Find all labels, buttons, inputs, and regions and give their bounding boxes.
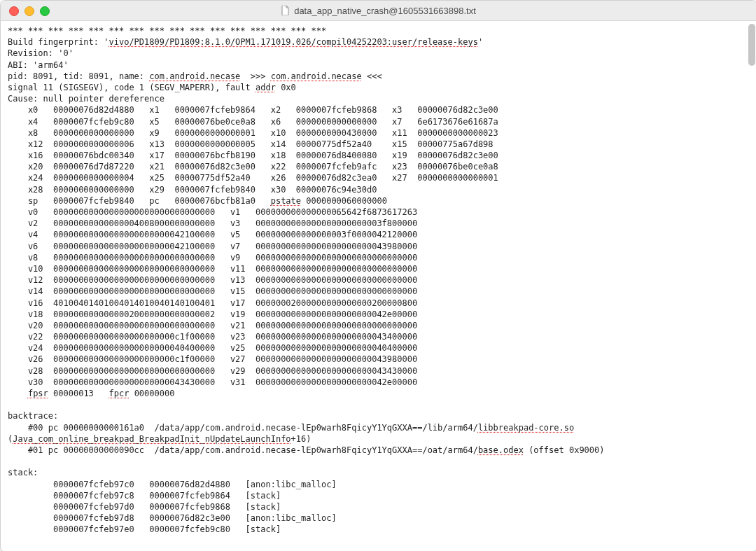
scrollbar-track[interactable] [747, 24, 755, 549]
crash-log-text[interactable]: *** *** *** *** *** *** *** *** *** *** … [1, 21, 756, 542]
content-scroll-area[interactable]: *** *** *** *** *** *** *** *** *** *** … [1, 21, 756, 551]
window-title-text: data_app_native_crash@1605531663898.txt [294, 6, 476, 16]
scrollbar-thumb[interactable] [748, 24, 755, 66]
document-icon [281, 6, 290, 15]
window-title: data_app_native_crash@1605531663898.txt [8, 6, 750, 16]
zoom-icon[interactable] [40, 6, 50, 16]
close-icon[interactable] [9, 6, 19, 16]
minimize-icon[interactable] [24, 6, 34, 16]
window-controls [9, 6, 50, 16]
text-editor-window: data_app_native_crash@1605531663898.txt … [0, 0, 756, 551]
window-titlebar: data_app_native_crash@1605531663898.txt [1, 1, 756, 21]
